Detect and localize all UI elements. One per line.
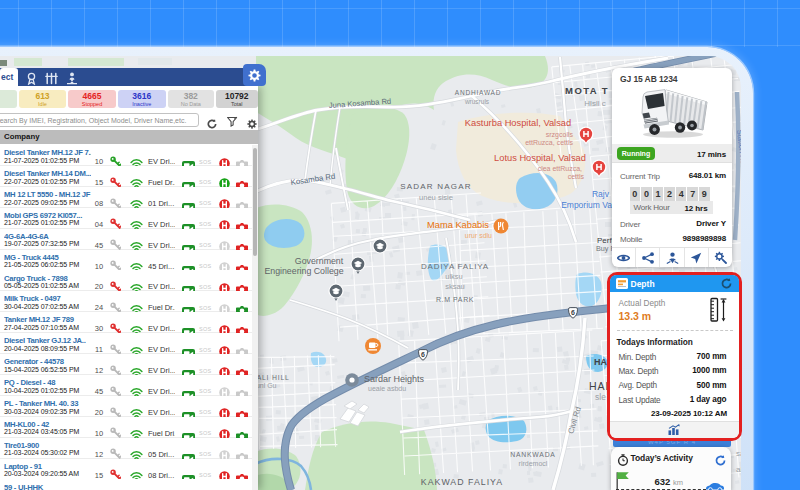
svg-text:MOTA T: MOTA T [565,85,609,96]
svg-text:Lotus Hospital, Valsad: Lotus Hospital, Valsad [494,153,586,163]
svg-text:cettls: cettls [568,173,585,180]
svg-text:Kasturba Hospital, Valsad: Kasturba Hospital, Valsad [465,118,571,128]
svg-text:6: 6 [421,351,425,358]
svg-text:urur sdlu: urur sdlu [465,232,492,239]
svg-text:R.M PARK: R.M PARK [436,296,474,303]
svg-text:Hlsll c: Hlsll c [584,99,605,108]
svg-text:ettRuzca, cettls: ettRuzca, cettls [525,139,573,146]
svg-text:Emporium Va: Emporium Va [561,200,612,210]
svg-text:ueaie asbdu: ueaie asbdu [368,385,406,392]
svg-text:Rajv: Rajv [592,189,610,199]
svg-text:rirdemocl: rirdemocl [519,460,548,467]
svg-text:al: al [736,465,741,474]
svg-text:sksau: sksau [445,282,465,291]
svg-text:HA: HA [594,357,607,367]
svg-text:6: 6 [571,309,575,316]
svg-text:wrusruls: wrusruls [464,98,490,105]
svg-text:Mama Kababis: Mama Kababis [427,220,489,230]
svg-text:sa: sa [736,449,741,458]
svg-text:uneu sisie: uneu sisie [419,193,453,202]
svg-text:SADAR NAGAR: SADAR NAGAR [400,182,471,191]
svg-text:KAKWAD FALIYA: KAKWAD FALIYA [421,477,503,487]
svg-text:Engineering College: Engineering College [264,266,343,276]
svg-text:Sardar Heights: Sardar Heights [364,374,425,384]
svg-text:NANKWADA: NANKWADA [510,451,555,458]
svg-text:sle: sle [595,392,606,402]
svg-text:ANDHIAWAD: ANDHIAWAD [455,89,501,96]
svg-text:DADIYA FALIYA: DADIYA FALIYA [421,262,489,271]
svg-text:Government: Government [295,256,344,266]
svg-text:srzgcolls: srzgcolls [546,131,574,139]
svg-text:clea ettRuzca,: clea ettRuzca, [538,165,582,172]
svg-text:ulksu: ulksu [445,272,463,281]
